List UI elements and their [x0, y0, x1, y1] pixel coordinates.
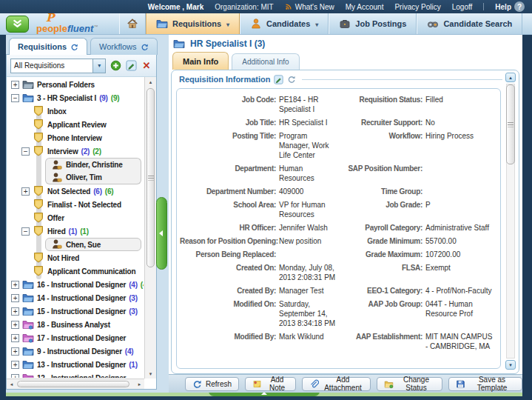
count-blue: (3) — [129, 294, 138, 302]
expand-toggle-icon[interactable]: + — [11, 281, 19, 289]
stage-icon — [33, 199, 44, 210]
tree-item-14-instructional-designer[interactable]: + 14 - Instructional Designer (3) — [11, 291, 144, 304]
sidebar-horizontal-scrollbar[interactable] — [7, 379, 144, 389]
main-navigation: Requisitions Candidates Job Postings Can… — [119, 13, 522, 34]
tab-main-info[interactable]: Main Info — [172, 52, 229, 70]
tree-item-inbox[interactable]: Inbox — [21, 104, 144, 118]
tree-item-9-instructional-designer[interactable]: + 9 - Instructional Designer (4) — [11, 344, 144, 358]
sidebar-tab-workflows[interactable]: Workflows — [90, 38, 158, 55]
expand-toggle-icon[interactable]: − — [11, 94, 19, 102]
tree-item-phone-interview[interactable]: Phone Interview — [21, 131, 144, 144]
expand-toggle-icon[interactable]: + — [11, 374, 19, 379]
tree-item-17-instructional-designer[interactable]: + 17 - Instructional Designer — [11, 331, 144, 344]
tree-item-13-instructional-designer[interactable]: + 13 - Instructional Designer (1) — [11, 358, 144, 371]
expand-toggle-icon[interactable]: − — [21, 227, 30, 236]
topbar-link-privacy-policy[interactable]: Privacy Policy — [394, 3, 440, 11]
add-attachment-button[interactable]: Add Attachment — [302, 377, 371, 391]
expand-toggle-icon[interactable]: + — [11, 321, 19, 329]
refresh-icon[interactable] — [70, 43, 78, 51]
tab-candidate-search[interactable]: Candidate Search — [417, 13, 522, 34]
topbar-link-help[interactable]: Help ? — [495, 1, 525, 12]
tree-item-3-hr-specialist-i[interactable]: − 3 - HR Specialist I (9) (9) — [11, 91, 144, 104]
person-icon — [250, 18, 262, 30]
add-note-button[interactable]: Add Note — [245, 377, 296, 391]
expand-toggle-icon[interactable]: + — [11, 347, 19, 356]
field-row-job-code: Job Code: PE184 - HR Specialist I Requis… — [177, 91, 500, 114]
tree-item-not-selected[interactable]: + Not Selected (6) (6) — [21, 184, 144, 198]
topbar-link-what-s-new[interactable]: What's New — [285, 3, 334, 11]
expand-toggle-icon[interactable]: + — [11, 81, 19, 89]
scrollbar-thumb[interactable] — [147, 88, 155, 267]
tree-item-chen-sue[interactable]: Chen, Sue — [45, 238, 141, 251]
tree-item-hired[interactable]: − Hired (1) (1) — [21, 224, 144, 238]
scroll-left-button[interactable] — [7, 379, 16, 389]
tab-job-postings[interactable]: Job Postings — [329, 13, 417, 34]
field-label: Workflow: — [340, 131, 422, 160]
field-value: Hiring Process — [425, 131, 495, 160]
tree-item-12-instructional-designer[interactable]: + 12 - Instructional Designer — [11, 371, 144, 378]
tree-item-16-instructional-designer[interactable]: + 16 - Instructional Designer (4) (4) — [11, 278, 144, 291]
field-value — [279, 250, 337, 259]
edit-folder-button[interactable] — [125, 60, 137, 72]
expand-toggle-icon[interactable]: + — [21, 187, 30, 196]
scroll-up-button[interactable] — [145, 77, 156, 87]
change-status-button[interactable]: Change Status — [377, 377, 442, 391]
logo-word-people: people — [36, 23, 67, 34]
folder-pink-icon — [22, 372, 34, 378]
tree-item-personal-folders[interactable]: + Personal Folders — [11, 78, 144, 91]
delete-folder-button[interactable] — [141, 60, 152, 72]
expand-toggle-icon[interactable]: + — [11, 361, 19, 369]
tree-item-applicant-review[interactable]: Applicant Review — [21, 118, 144, 131]
scroll-down-button[interactable] — [145, 369, 156, 379]
home-tab[interactable] — [119, 13, 146, 34]
add-folder-button[interactable] — [110, 60, 121, 72]
tree-item-label: Oliver, Tim — [66, 173, 102, 181]
tree-item-18-business-analyst[interactable]: + 18 - Business Analyst — [11, 318, 144, 331]
count-blue: (4) — [129, 281, 138, 289]
expand-toggle-icon[interactable]: + — [11, 307, 19, 316]
tree-item-binder-christine[interactable]: Binder, Christine — [45, 158, 141, 171]
tree-item-oliver-tim[interactable]: Oliver, Tim — [45, 171, 141, 184]
edit-section-icon[interactable] — [274, 75, 283, 84]
tree-item-applicant-communication[interactable]: Applicant Communication — [21, 264, 144, 278]
expand-toggle-icon[interactable]: − — [21, 147, 30, 156]
tree-item-not-hired[interactable]: Not Hired — [21, 251, 144, 264]
scrollbar-thumb[interactable] — [506, 84, 515, 164]
tree-item-finalist-not-selected[interactable]: Finalist - Not Selected — [21, 198, 144, 211]
refresh-button[interactable]: Refresh — [185, 377, 239, 391]
select-dropdown-button[interactable] — [92, 59, 105, 73]
scroll-right-button[interactable] — [135, 379, 144, 389]
count-blue: (1) — [129, 361, 138, 369]
quick-launch-button[interactable] — [6, 16, 29, 33]
toolbar-button-label: Add Note — [266, 376, 289, 392]
folder-blue-icon — [22, 292, 34, 304]
expand-toggle-icon[interactable]: + — [11, 334, 19, 342]
page-title: HR Specialist I (3) — [173, 38, 265, 50]
sidebar-collapse-handle[interactable] — [156, 197, 167, 270]
scroll-down-button[interactable] — [505, 360, 516, 370]
tab-candidates[interactable]: Candidates — [240, 13, 329, 34]
refresh-section-icon[interactable] — [287, 75, 296, 84]
scroll-up-button[interactable] — [505, 73, 516, 82]
refresh-icon[interactable] — [141, 43, 149, 51]
tree-item-offer[interactable]: Offer — [21, 211, 144, 224]
sidebar-tab-requisitions[interactable]: Requisitions — [9, 38, 87, 55]
scrollbar-thumb[interactable] — [17, 381, 129, 387]
tree-item-interview[interactable]: − Interview (2) (2) — [21, 144, 144, 158]
sidebar-vertical-scrollbar[interactable] — [144, 77, 156, 379]
tree-item-15-instructional-designer[interactable]: + 15 - Instructional Designer (3) — [11, 304, 144, 318]
requisition-filter-select[interactable]: All Requisitions — [10, 59, 106, 73]
tab-requisitions[interactable]: Requisitions — [146, 13, 240, 34]
topbar-link-logoff[interactable]: Logoff — [452, 3, 473, 11]
expand-toggle-icon[interactable]: + — [11, 294, 19, 302]
count-blue: (2) — [81, 147, 90, 156]
scrollbar-grip — [508, 122, 514, 127]
field-label: FLSA: — [340, 263, 422, 282]
main-vertical-scrollbar[interactable] — [505, 73, 516, 370]
bottom-strip — [6, 393, 522, 396]
action-toolbar: Refresh Add Note Add Attachment Change S… — [169, 374, 522, 393]
save-as-template-button[interactable]: Save as Template — [448, 377, 522, 391]
toolbar-button-label: Change Status — [397, 376, 435, 392]
topbar-link-my-account[interactable]: My Account — [346, 3, 384, 11]
tab-additional-info[interactable]: Additional Info — [232, 53, 299, 70]
